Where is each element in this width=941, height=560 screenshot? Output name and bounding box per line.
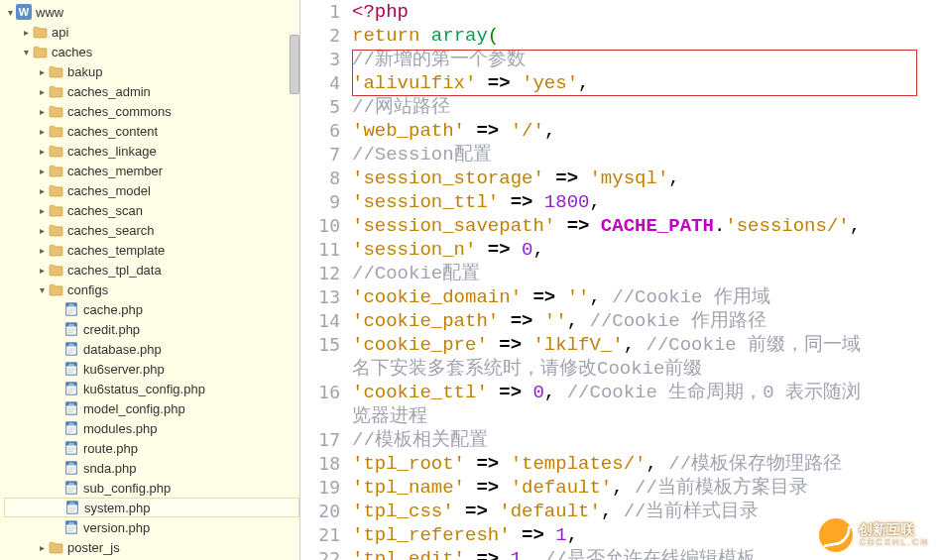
tree-item-label: caches_commons	[67, 104, 172, 119]
tree-file[interactable]: phpku6server.php	[4, 359, 299, 379]
tree-file[interactable]: phpcache.php	[4, 299, 299, 319]
tree-folder[interactable]: bakup	[4, 61, 299, 81]
code-line[interactable]: 名下安装多套系统时，请修改Cookie前缀	[352, 357, 941, 381]
svg-text:php: php	[68, 383, 73, 387]
chevron-right-icon[interactable]	[36, 106, 48, 117]
code-line[interactable]: 'cookie_ttl' => 0, //Cookie 生命周期，0 表示随浏	[352, 381, 941, 404]
tree-root-label: www	[36, 5, 63, 20]
tree-folder[interactable]: caches_search	[4, 220, 299, 240]
folder-icon	[48, 182, 63, 198]
chevron-right-icon[interactable]	[36, 166, 48, 176]
chevron-right-icon[interactable]	[36, 185, 48, 196]
chevron-right-icon[interactable]	[36, 245, 48, 256]
code-line[interactable]: 'web_path' => '/',	[352, 119, 941, 143]
tree-scrollbar[interactable]	[290, 35, 299, 94]
chevron-right-icon[interactable]	[36, 205, 48, 216]
tree-file[interactable]: phpsub_config.php	[4, 478, 299, 498]
tree-folder[interactable]: caches_model	[4, 180, 299, 200]
tree-root[interactable]: Wwww	[4, 2, 299, 22]
tree-file[interactable]: phpcredit.php	[4, 319, 299, 339]
tree-file[interactable]: phpmodules.php	[4, 418, 299, 438]
tree-folder[interactable]: caches_content	[4, 121, 299, 141]
php-file-icon: php	[63, 519, 79, 535]
code-line[interactable]: //网站路径	[352, 95, 941, 119]
tree-folder[interactable]: poster_js	[4, 537, 299, 557]
code-line[interactable]: 'alivulfix' => 'yes',	[352, 71, 941, 95]
tree-item-label: caches_member	[67, 164, 163, 178]
php-file-icon: php	[63, 400, 79, 416]
svg-text:php: php	[68, 343, 73, 347]
folder-icon	[48, 222, 63, 238]
code-line[interactable]: <?php	[352, 0, 941, 24]
code-line[interactable]: 览器进程	[352, 404, 941, 428]
tree-file[interactable]: phpdatabase.php	[4, 339, 299, 359]
tree-item-label: caches_tpl_data	[67, 263, 162, 278]
chevron-right-icon[interactable]	[36, 225, 48, 236]
code-line[interactable]: 'cookie_domain' => '', //Cookie 作用域	[352, 285, 941, 309]
tree-item-label: cache.php	[83, 302, 143, 317]
tree-item-label: modules.php	[83, 421, 157, 436]
code-line[interactable]: return array(	[352, 24, 941, 48]
code-line[interactable]: //Cookie配置	[352, 262, 941, 285]
chevron-right-icon[interactable]	[20, 27, 32, 38]
tree-item-label: ku6status_config.php	[83, 382, 205, 396]
line-number: 15	[300, 333, 340, 357]
tree-file[interactable]: phpmodel_config.php	[4, 398, 299, 418]
tree-folder[interactable]: caches_linkage	[4, 141, 299, 161]
php-file-icon: php	[63, 460, 79, 476]
tree-folder[interactable]: caches_tpl_data	[4, 260, 299, 280]
code-line[interactable]: 'session_storage' => 'mysql',	[352, 167, 941, 190]
folder-icon	[48, 83, 63, 99]
tree-file[interactable]: phpversion.php	[4, 517, 299, 537]
tree-folder[interactable]: caches_member	[4, 161, 299, 180]
line-number: 17	[300, 428, 340, 452]
tree-file[interactable]: phpsnda.php	[4, 458, 299, 478]
tree-folder[interactable]: configs	[4, 280, 299, 299]
tree-file[interactable]: phproute.php	[4, 438, 299, 458]
folder-icon	[48, 103, 63, 119]
tree-folder[interactable]: caches_scan	[4, 200, 299, 220]
svg-text:php: php	[68, 323, 73, 327]
code-line[interactable]: //模板相关配置	[352, 428, 941, 452]
chevron-down-icon[interactable]	[36, 284, 48, 295]
tree-folder[interactable]: caches	[4, 42, 299, 61]
tree-folder[interactable]: api	[4, 22, 299, 42]
chevron-right-icon[interactable]	[36, 146, 48, 157]
code-line[interactable]: 'cookie_path' => '', //Cookie 作用路径	[352, 309, 941, 333]
chevron-right-icon[interactable]	[36, 86, 48, 97]
tree-folder[interactable]: caches_admin	[4, 81, 299, 101]
svg-text:php: php	[68, 442, 73, 446]
line-number: 10	[300, 214, 340, 238]
code-line[interactable]: //新增的第一个参数	[352, 48, 941, 71]
folder-icon	[48, 281, 63, 297]
tree-file[interactable]: phpku6status_config.php	[4, 379, 299, 398]
line-number: 1	[300, 0, 340, 24]
code-line[interactable]: 'session_ttl' => 1800,	[352, 190, 941, 214]
folder-icon	[48, 242, 63, 258]
tree-file[interactable]: phpsystem.php	[4, 498, 299, 517]
php-file-icon: php	[63, 321, 79, 337]
svg-text:php: php	[68, 363, 73, 367]
code-line[interactable]: 'tpl_name' => 'default', //当前模板方案目录	[352, 476, 941, 500]
code-line[interactable]: //Session配置	[352, 143, 941, 167]
code-editor[interactable]: 12345678910111213141516171819202122 <?ph…	[300, 0, 941, 560]
tree-item-label: caches	[52, 45, 92, 59]
svg-text:php: php	[69, 502, 74, 505]
line-number: 5	[300, 95, 340, 119]
chevron-right-icon[interactable]	[36, 126, 48, 137]
file-tree-panel[interactable]: Wwwwapicachesbakupcaches_admincaches_com…	[0, 0, 300, 560]
chevron-right-icon[interactable]	[36, 542, 48, 553]
chevron-down-icon[interactable]	[20, 47, 32, 57]
code-line[interactable]: 'tpl_root' => 'templates/', //模板保存物理路径	[352, 452, 941, 476]
code-line[interactable]: 'session_n' => 0,	[352, 238, 941, 262]
line-number: 6	[300, 119, 340, 143]
chevron-right-icon[interactable]	[36, 265, 48, 276]
expand-arrow-icon[interactable]	[4, 7, 16, 18]
tree-folder[interactable]: caches_template	[4, 240, 299, 260]
code-line[interactable]: 'cookie_pre' => 'lklfV_', //Cookie 前缀，同一…	[352, 333, 941, 357]
chevron-right-icon[interactable]	[36, 66, 48, 77]
php-file-icon: php	[63, 301, 79, 317]
code-line[interactable]: 'session_savepath' => CACHE_PATH.'sessio…	[352, 214, 941, 238]
php-file-icon: php	[63, 341, 79, 357]
tree-folder[interactable]: caches_commons	[4, 101, 299, 121]
